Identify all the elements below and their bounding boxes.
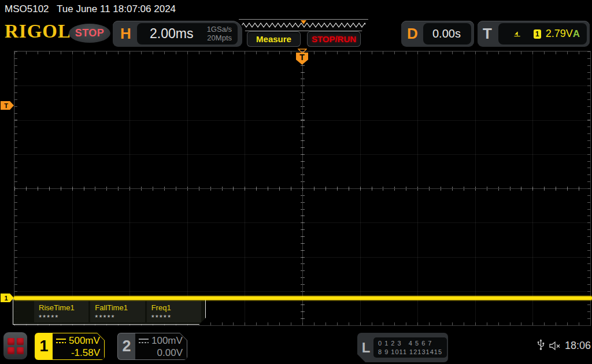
measure-button-label: Measure	[256, 34, 291, 44]
bottom-status-bar: 1 500mV -1.58V 2 100mV 0.00V L	[0, 327, 592, 364]
header-bar: RIGOL STOP H 2.00ms 1GSa/s 20Mpts Measur…	[0, 17, 592, 50]
trigger-settings-block[interactable]: T 1 2.79V A	[478, 21, 590, 47]
logic-row-8-15: 8 9 1011 12131415	[378, 348, 442, 356]
sound-muted-icon[interactable]	[549, 341, 561, 351]
waveform-preview-bar[interactable]	[239, 19, 368, 31]
measure-button[interactable]: Measure	[247, 31, 301, 47]
measurement-label: RiseTime1	[39, 303, 88, 312]
run-state-label: STOP	[75, 27, 105, 39]
measurement-label: FallTime1	[95, 303, 145, 312]
grid-center-horizontal-line	[14, 188, 590, 189]
logic-channel-list: 0 1 2 3 4 5 6 7 8 9 1011 12131415	[373, 337, 447, 358]
stop-run-button[interactable]: STOP/RUN	[307, 31, 361, 47]
channel2-status-block[interactable]: 2 100mV 0.00V	[117, 333, 187, 360]
menu-grid-icon	[17, 347, 24, 354]
trigger-label: T	[483, 25, 492, 43]
sample-rate: 1GSa/s	[207, 25, 232, 34]
trigger-source-badge: 1	[534, 29, 541, 39]
logic-label: L	[358, 340, 373, 356]
memory-depth: 20Mpts	[207, 34, 232, 42]
delay-inner: 0.00s	[423, 23, 471, 44]
channel1-marker-number: 1	[4, 295, 8, 302]
logic-channels-block[interactable]: L 0 1 2 3 4 5 6 7 8 9 1011 12131415	[357, 333, 448, 362]
channel1-position-marker[interactable]: 1	[1, 294, 14, 302]
channel2-offset: 0.00V	[139, 347, 183, 359]
measurement-label: Freq1	[151, 303, 201, 312]
channel1-scale: 500mV	[69, 335, 100, 347]
edge-rising-trigger-icon	[513, 29, 521, 39]
channel1-panel: 500mV -1.58V	[53, 333, 104, 359]
trigger-position-marker-letter: T	[299, 53, 305, 62]
trigger-level-marker[interactable]: T	[1, 101, 14, 110]
measurement-item[interactable]: RiseTime1 *****	[34, 301, 88, 322]
oscilloscope-screen: MSO5102 Tue June 11 18:07:06 2024 RIGOL …	[0, 0, 592, 364]
delay-settings-block[interactable]: D 0.00s	[401, 21, 474, 47]
dc-coupling-icon	[56, 339, 66, 344]
trigger-inner: 1 2.79V A	[498, 23, 587, 44]
run-state-badge: STOP	[69, 24, 110, 43]
rigol-logo: RIGOL	[5, 21, 71, 42]
graticule-grid	[14, 51, 591, 326]
channel2-number-tab[interactable]: 2	[118, 333, 135, 359]
main-menu-button[interactable]	[3, 332, 27, 359]
menu-grid-icon	[17, 338, 24, 345]
top-status-bar: MSO5102 Tue June 11 18:07:06 2024	[0, 0, 592, 17]
trigger-level-marker-letter: T	[4, 102, 8, 109]
channel1-offset: -1.58V	[56, 347, 100, 359]
channel1-number-tab[interactable]: 1	[35, 333, 53, 359]
waveform-display-area: T T 1 RiseTime1 ***** FallTime1 ***** Fr…	[0, 50, 592, 327]
menu-grid-icon	[8, 347, 14, 354]
channel1-status-block[interactable]: 1 500mV -1.58V	[35, 333, 105, 360]
horizontal-label: H	[120, 25, 131, 43]
horizontal-inner: 2.00ms 1GSa/s 20Mpts	[137, 23, 238, 44]
acquisition-info: 1GSa/s 20Mpts	[207, 25, 232, 43]
stop-run-button-label: STOP/RUN	[312, 34, 356, 44]
measurement-item[interactable]: Freq1 *****	[147, 301, 201, 322]
horizontal-settings-block[interactable]: H 2.00ms 1GSa/s 20Mpts	[113, 21, 242, 47]
channel1-waveform-trace	[14, 296, 592, 300]
system-clock: 18:06	[565, 340, 591, 352]
model-name: MSO5102	[5, 3, 49, 15]
measurement-value: *****	[151, 313, 201, 322]
measurement-value: *****	[39, 313, 88, 322]
trigger-level-value: 2.79V	[546, 28, 573, 40]
logic-row-0-7: 0 1 2 3 4 5 6 7	[378, 339, 442, 347]
dc-coupling-icon	[139, 339, 149, 344]
delay-label: D	[407, 25, 418, 43]
channel2-panel: 100mV 0.00V	[135, 333, 187, 359]
preview-trigger-position-icon[interactable]	[301, 20, 306, 24]
timebase-value: 2.00ms	[150, 26, 193, 42]
date-time: Tue June 11 18:07:06 2024	[57, 3, 176, 15]
measurement-value: *****	[95, 313, 145, 322]
usb-icon	[536, 339, 545, 351]
trigger-mode-badge: A	[573, 28, 580, 40]
measurement-item[interactable]: FallTime1 *****	[90, 301, 145, 322]
channel2-scale: 100mV	[151, 335, 183, 347]
menu-grid-icon	[8, 338, 14, 345]
delay-value: 0.00s	[432, 27, 461, 40]
measurement-results-overlay[interactable]: RiseTime1 ***** FallTime1 ***** Freq1 **…	[13, 299, 206, 325]
